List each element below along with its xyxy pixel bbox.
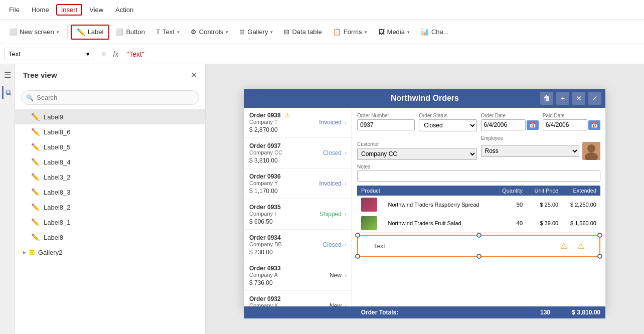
app-check-button[interactable]: ✓ <box>588 92 601 105</box>
employee-label: Employee <box>481 135 601 141</box>
tree-item-label8-1[interactable]: ✏️ Label8_1 <box>15 215 205 230</box>
order-0935-chevron-icon: › <box>345 211 347 218</box>
text-label-text: Text <box>373 242 385 250</box>
order-0933-chevron-icon: › <box>345 272 347 279</box>
label8-4-label: Label8_4 <box>44 158 197 166</box>
employee-photo <box>582 142 600 160</box>
handle-bottom-right[interactable] <box>597 254 602 259</box>
notes-input[interactable] <box>357 171 600 182</box>
order-number-label: Order Number <box>357 113 415 118</box>
formula-bar: Text ▾ = fx "Text" <box>0 44 644 64</box>
tree-search-input[interactable] <box>21 90 199 105</box>
paid-date-calendar-button[interactable]: 📅 <box>588 120 600 130</box>
handle-top-left[interactable] <box>355 233 360 238</box>
order-0934-amount: $ 230.00 <box>249 249 273 256</box>
button-button[interactable]: ⬜ Button <box>110 26 150 38</box>
tree-item-label8-3[interactable]: ✏️ Label8_3 <box>15 185 205 200</box>
order-number-input[interactable] <box>357 119 415 130</box>
order-item-0933[interactable]: Order 0933 Company A New $ 736.00 › <box>244 260 352 291</box>
handle-top-right[interactable] <box>597 233 602 238</box>
order-item-0932[interactable]: Order 0932 Company K New $ 800.00 › <box>244 291 352 306</box>
tree-item-label8-4[interactable]: ✏️ Label8_4 <box>15 154 205 170</box>
order-0938-chevron-icon: › <box>345 119 347 126</box>
tree-item-label3-2[interactable]: ✏️ Label3_2 <box>15 170 205 185</box>
order-date-input[interactable] <box>481 119 526 130</box>
gallery-button[interactable]: ⊞ Gallery ▾ <box>234 26 278 38</box>
data-table-icon: ⊟ <box>284 28 289 36</box>
media-button[interactable]: 🖼 Media ▾ <box>373 26 415 38</box>
tree-header: Tree view ✕ <box>15 64 205 86</box>
forms-button[interactable]: 📋 Forms ▾ <box>328 26 372 38</box>
order-item-0937[interactable]: Order 0937 Company CC Closed $ 3,810.00 … <box>244 138 352 169</box>
order-item-0936[interactable]: Order 0936 Company Y Invoiced $ 1,170.00… <box>244 169 352 199</box>
text-button[interactable]: T Text ▾ <box>151 26 185 38</box>
menu-file[interactable]: File <box>4 4 25 16</box>
order-0938-company: Company T <box>249 119 278 126</box>
handle-bottom-left[interactable] <box>355 254 360 259</box>
label8-6-icon: ✏️ <box>31 128 40 136</box>
product-0-img <box>357 196 384 214</box>
order-totals-bar: Order Totals: 130 $ 3,810.00 <box>244 306 605 318</box>
notes-field: Notes <box>357 164 600 182</box>
order-date-calendar-button[interactable]: 📅 <box>527 120 539 130</box>
order-status-select[interactable]: Closed <box>419 119 476 131</box>
button-icon: ⬜ <box>115 28 123 36</box>
menu-action[interactable]: Action <box>110 4 138 16</box>
products-table-header-row: Product Quantity Unit Price Extended <box>357 186 600 196</box>
label8-1-icon: ✏️ <box>31 218 40 226</box>
order-item-0938[interactable]: Order 0938 ⚠ Company T Invoiced $ 2,870.… <box>244 108 352 138</box>
data-table-button[interactable]: ⊟ Data table <box>279 26 327 38</box>
order-item-0934[interactable]: Order 0934 Company BB Closed $ 230.00 › <box>244 230 352 260</box>
tree-item-label8-2[interactable]: ✏️ Label8_2 <box>15 200 205 215</box>
app-header: Northwind Orders 🗑 + ✕ ✓ <box>244 89 605 108</box>
menu-view[interactable]: View <box>84 4 108 16</box>
product-row-1: Northwind Traders Fruit Salad 40 $ 39.00… <box>357 214 600 233</box>
totals-qty: 130 <box>510 309 550 316</box>
tree-close-button[interactable]: ✕ <box>191 70 197 80</box>
app-delete-button[interactable]: 🗑 <box>540 92 553 105</box>
order-0933-amount: $ 736.00 <box>249 279 273 286</box>
app-add-button[interactable]: + <box>556 92 569 105</box>
tree-item-label8[interactable]: ✏️ Label8 <box>15 230 205 245</box>
canvas-area[interactable]: Northwind Orders 🗑 + ✕ ✓ Order 0938 <box>206 64 644 334</box>
app-content: Order 0938 ⚠ Company T Invoiced $ 2,870.… <box>244 108 605 306</box>
customer-select[interactable]: Company CC <box>357 148 477 160</box>
customer-label: Customer <box>357 141 477 147</box>
sidebar-hamburger-icon[interactable]: ☰ <box>2 68 13 82</box>
new-screen-button[interactable]: ⬜ New screen ▾ <box>4 26 64 38</box>
handle-bottom-middle[interactable] <box>476 254 481 259</box>
label-button[interactable]: ✏️ Label <box>71 25 110 40</box>
order-0936-chevron-icon: › <box>345 180 347 187</box>
order-0937-status: Closed <box>323 149 342 156</box>
text-label-selected-box[interactable]: Text ⚠ ⚠ <box>357 235 600 257</box>
order-0934-company: Company BB <box>249 241 282 248</box>
menu-home[interactable]: Home <box>27 4 54 16</box>
paid-date-field: Paid Date 📅 <box>543 113 600 131</box>
tree-item-label8-5[interactable]: ✏️ Label8_5 <box>15 139 205 154</box>
label8-1-label: Label8_1 <box>44 219 197 226</box>
order-0936-status: Invoiced <box>319 180 342 187</box>
menu-insert[interactable]: Insert <box>56 4 83 16</box>
tree-item-gallery2[interactable]: ▸ ⊞ Gallery2 <box>15 245 205 260</box>
gallery2-label: Gallery2 <box>38 249 62 256</box>
formula-selector[interactable]: Text ▾ <box>4 48 94 60</box>
tree-item-label8-6[interactable]: ✏️ Label8_6 <box>15 124 205 139</box>
chart-button[interactable]: 📊 Cha... <box>416 26 454 38</box>
label8-label: Label8 <box>44 234 197 241</box>
order-item-0935[interactable]: Order 0935 Company I Shipped $ 606.50 › <box>244 199 352 230</box>
label8-icon: ✏️ <box>31 233 40 241</box>
warning-icon-1: ⚠ <box>560 241 567 251</box>
paid-date-input[interactable] <box>543 119 587 130</box>
product-1-extended: $ 1,560.00 <box>562 214 600 233</box>
app-close-button[interactable]: ✕ <box>572 92 585 105</box>
employee-select[interactable]: Ross <box>481 145 580 157</box>
label8-2-label: Label8_2 <box>44 204 197 211</box>
order-detail: Order Number Order Status Closed Order D… <box>352 108 605 306</box>
controls-button[interactable]: ⚙ Controls ▾ <box>186 26 233 38</box>
product-0-extended: $ 2,250.00 <box>562 196 600 214</box>
tree-item-label9[interactable]: ✏️ Label9 <box>15 109 205 124</box>
handle-top-middle[interactable] <box>476 233 481 238</box>
order-0938-amount: $ 2,870.00 <box>249 126 278 133</box>
sidebar-layers-icon[interactable]: ⧉ <box>2 86 13 99</box>
text-label-selected-wrapper: Text ⚠ ⚠ <box>357 235 600 257</box>
